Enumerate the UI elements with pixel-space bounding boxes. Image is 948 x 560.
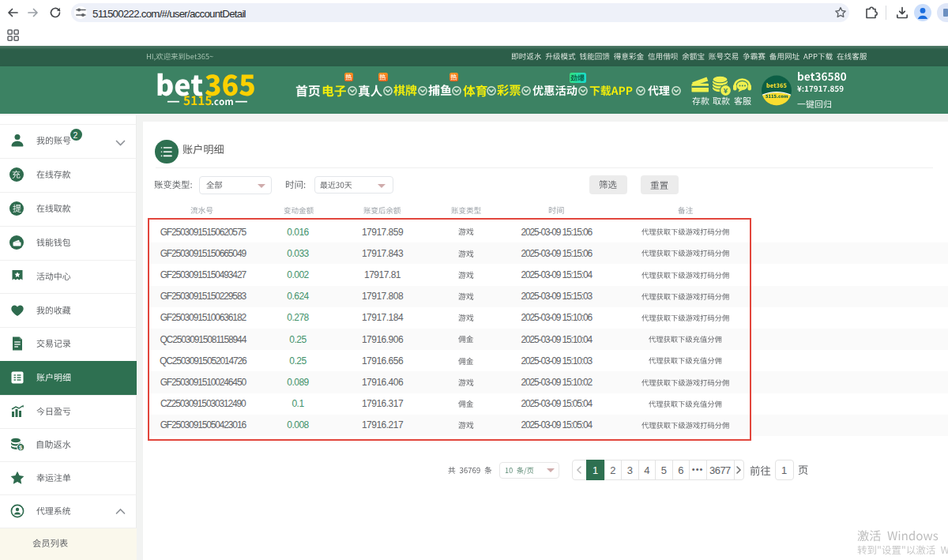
svg-text:¥: ¥ (724, 86, 728, 95)
